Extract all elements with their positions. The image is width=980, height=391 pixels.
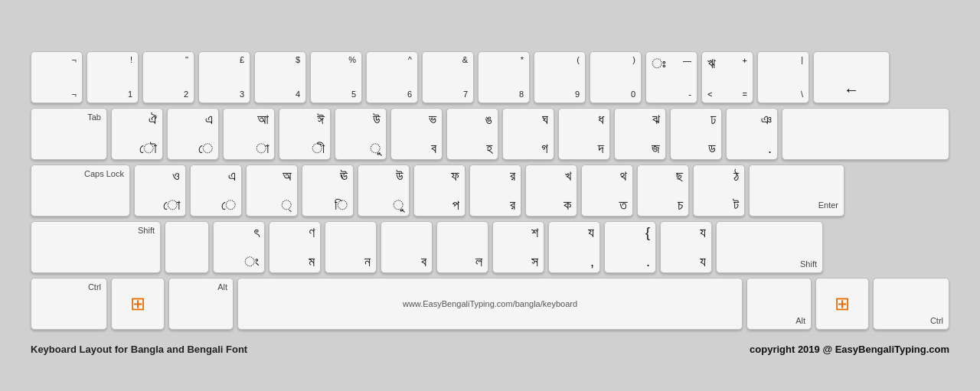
key-v[interactable]: ব <box>381 221 433 273</box>
footer-right: copyright 2019 @ EasyBengaliTyping.com <box>750 344 949 355</box>
key-minus[interactable]: ঃ — - <box>645 51 697 103</box>
key-backspace[interactable]: ← <box>813 51 890 103</box>
key-x[interactable]: ণ ম <box>269 221 321 273</box>
key-lbracket[interactable]: ঢ ড <box>670 108 722 160</box>
key-z-blank[interactable] <box>165 221 209 273</box>
key-p[interactable]: ঝ জ <box>614 108 666 160</box>
row-shift: Shift ৎ ং ণ ম ন <box>31 221 949 273</box>
key-i[interactable]: ঘ গ <box>502 108 554 160</box>
key-d[interactable]: অ ্ <box>246 165 298 217</box>
key-1[interactable]: ! 1 <box>87 51 139 103</box>
key-alt-left[interactable]: Alt <box>168 278 234 330</box>
key-j[interactable]: র র <box>469 165 521 217</box>
key-ctrl-right[interactable]: Ctrl <box>873 278 949 330</box>
footer-left-text: Keyboard Layout for Bangla and Bengali F… <box>31 344 247 355</box>
key-backtick[interactable]: ¬ ¬ <box>31 51 83 103</box>
key-e[interactable]: আ া <box>223 108 275 160</box>
key-a[interactable]: ও ো <box>134 165 186 217</box>
windows-icon-right: ⊞ <box>835 293 850 314</box>
key-enter[interactable]: Enter <box>749 165 844 217</box>
key-pipe[interactable]: | \ <box>757 51 809 103</box>
key-y[interactable]: ভ ব <box>390 108 443 160</box>
key-ctrl-left[interactable]: Ctrl <box>31 278 107 330</box>
row-qwerty: Tab ঐ ৌ এ ে আ া <box>31 108 949 160</box>
key-8[interactable]: * 8 <box>478 51 530 103</box>
key-0[interactable]: ) 0 <box>590 51 642 103</box>
row-asdf: Caps Lock ও ো এ ে অ ্ <box>31 165 949 217</box>
key-k[interactable]: খ ক <box>525 165 577 217</box>
key-rbracket[interactable]: ঞ . <box>726 108 778 160</box>
key-s[interactable]: এ ে <box>190 165 242 217</box>
key-6[interactable]: ^ 6 <box>366 51 418 103</box>
footer: Keyboard Layout for Bangla and Bengali F… <box>23 344 957 355</box>
key-c[interactable]: ন <box>325 221 377 273</box>
key-period[interactable]: য য <box>660 221 712 273</box>
key-4[interactable]: $ 4 <box>254 51 306 103</box>
key-w[interactable]: এ ে <box>167 108 219 160</box>
key-l[interactable]: থ ত <box>581 165 633 217</box>
key-5[interactable]: % 5 <box>310 51 362 103</box>
row-bottom: Ctrl ⊞ Alt www.EasyBengaliTyping.com/ban… <box>31 278 949 330</box>
footer-right-text: copyright 2019 @ EasyBengaliTyping.com <box>750 344 949 355</box>
row-numbers: ¬ ¬ ! 1 " 2 £ 3 <box>31 51 949 103</box>
keyboard: ¬ ¬ ! 1 " 2 £ 3 <box>23 44 957 337</box>
key-comma[interactable]: { . <box>604 221 656 273</box>
key-2[interactable]: " 2 <box>142 51 194 103</box>
key-t[interactable]: উ ু <box>335 108 387 160</box>
key-enter-top[interactable] <box>782 108 949 160</box>
key-r[interactable]: ঈ ী <box>279 108 331 160</box>
key-z[interactable]: ৎ ং <box>213 221 265 273</box>
key-g[interactable]: উ ু <box>358 165 410 217</box>
key-n[interactable]: শ স <box>492 221 544 273</box>
key-b[interactable]: ল <box>436 221 488 273</box>
key-space[interactable]: www.EasyBengaliTyping.com/bangla/keyboar… <box>237 278 743 330</box>
key-win-right[interactable]: ⊞ <box>815 278 869 330</box>
key-3[interactable]: £ 3 <box>198 51 250 103</box>
key-f[interactable]: ঊ ি <box>302 165 354 217</box>
key-tab[interactable]: Tab <box>31 108 107 160</box>
key-o[interactable]: ধ দ <box>558 108 610 160</box>
key-7[interactable]: & 7 <box>422 51 474 103</box>
key-shift-left[interactable]: Shift <box>31 221 161 273</box>
key-q[interactable]: ঐ ৌ <box>111 108 163 160</box>
keyboard-layout-container: ¬ ¬ ! 1 " 2 £ 3 <box>23 44 957 355</box>
key-win-left[interactable]: ⊞ <box>111 278 165 330</box>
key-shift-right[interactable]: Shift <box>716 221 823 273</box>
key-m[interactable]: য , <box>548 221 600 273</box>
key-u[interactable]: ঙ হ <box>446 108 498 160</box>
footer-left: Keyboard Layout for Bangla and Bengali F… <box>31 344 247 355</box>
key-capslock[interactable]: Caps Lock <box>31 165 130 217</box>
key-9[interactable]: ( 9 <box>534 51 586 103</box>
key-alt-right[interactable]: Alt <box>746 278 812 330</box>
key-h[interactable]: ফ প <box>413 165 466 217</box>
windows-icon-left: ⊞ <box>130 293 145 314</box>
key-semicolon[interactable]: ছ চ <box>637 165 689 217</box>
key-quote[interactable]: ঠ ট <box>693 165 745 217</box>
key-equals[interactable]: ঋ + < = <box>701 51 753 103</box>
